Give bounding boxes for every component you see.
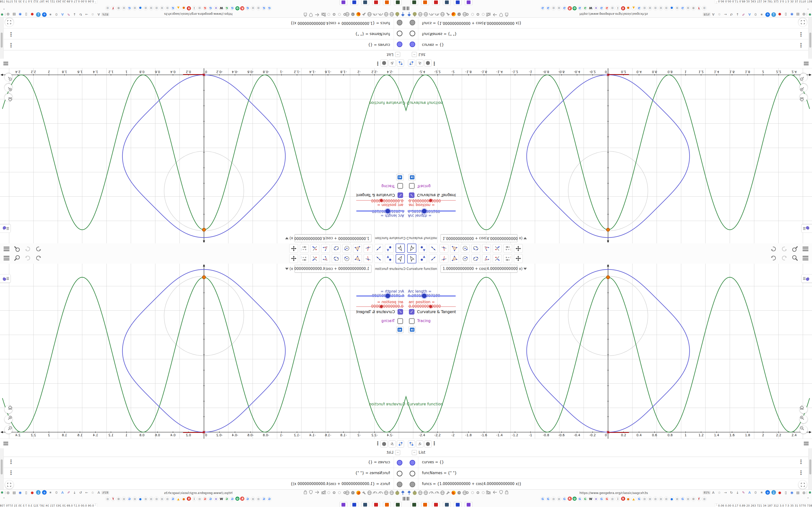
chevrons-icon[interactable]: ˄˄ (716, 504, 717, 507)
tab-favicon[interactable]: ⚙ (691, 6, 696, 10)
algebra-row[interactable]: funcNames = {" "}••• (406, 28, 812, 39)
kebab-menu-icon[interactable]: ••• (376, 441, 379, 446)
tool-move-button[interactable] (396, 254, 405, 264)
url-bar[interactable]: https://www.geogebra.org/classic/aagcxh3… (164, 491, 233, 495)
function-fx-icon[interactable]: fx (389, 440, 396, 448)
tool-move-graphics-view-button[interactable] (289, 254, 298, 263)
folder-icon[interactable] (321, 490, 326, 494)
tab-favicon[interactable]: ✿ (653, 6, 658, 10)
gauge-icon[interactable] (429, 12, 434, 17)
redo-icon[interactable] (780, 255, 788, 262)
tab-favicon[interactable]: ✿ (642, 6, 647, 10)
tab-favicon[interactable]: ✿ (610, 6, 615, 10)
gauge-icon[interactable] (378, 490, 383, 495)
globe-icon[interactable] (418, 12, 423, 17)
tool-move-graphics-view-button[interactable] (514, 244, 523, 253)
tree-view-icon[interactable] (408, 59, 415, 67)
algebra-row[interactable]: funcNames = {" "}••• (0, 468, 406, 479)
extension-icon[interactable] (454, 502, 462, 507)
row-kebab-icon[interactable]: ••• (800, 470, 802, 475)
browser-action-icon[interactable]: ◉ (18, 12, 22, 17)
browser-action-icon[interactable]: A (60, 490, 65, 495)
tool-polygon-button[interactable] (353, 254, 362, 263)
zoom-in-button[interactable] (5, 415, 12, 423)
tab-favicon[interactable]: W (589, 497, 593, 501)
zoom-level-badge[interactable]: 81% (703, 12, 711, 16)
tab-favicon[interactable]: ● (138, 6, 143, 10)
browser-action-icon[interactable]: + (42, 490, 47, 495)
browser-action-icon[interactable]: ↻ (78, 12, 83, 17)
globe-icon[interactable] (367, 490, 372, 495)
tool-line-button[interactable] (374, 244, 383, 253)
tool-angle-button[interactable]: α (321, 254, 330, 263)
home-button[interactable] (800, 406, 807, 413)
arc-position-slider-knob[interactable] (429, 305, 432, 308)
extension-icon[interactable] (465, 0, 472, 5)
browser-action-icon[interactable]: ☆ (717, 490, 722, 495)
zoom-level-badge[interactable]: 81% (703, 491, 711, 495)
globe-icon[interactable] (367, 12, 372, 17)
gauge-icon[interactable] (434, 12, 440, 17)
curvature-tangent-checkbox[interactable]: ✓ (409, 309, 414, 315)
scrollbar[interactable] (0, 448, 4, 489)
extension-icon[interactable] (465, 502, 472, 507)
folder-icon[interactable] (486, 490, 491, 494)
tab-favicon[interactable]: G (583, 497, 588, 501)
shield-icon[interactable] (309, 490, 313, 494)
tab-favicon[interactable]: f (111, 497, 115, 501)
fullscreen-button[interactable] (5, 18, 13, 26)
tab-favicon[interactable]: G (224, 6, 229, 10)
pin-icon[interactable] (406, 12, 412, 17)
collapse-list-button[interactable]: − (412, 450, 417, 455)
stylebar-toggle-button[interactable] (0, 224, 11, 233)
stylebar-toggle-button[interactable] (801, 224, 812, 233)
tab-favicon[interactable]: ✿ (197, 497, 202, 501)
redo-icon[interactable] (780, 245, 788, 252)
browser-action-icon[interactable]: A (60, 12, 65, 17)
hamburger-menu-icon[interactable] (804, 442, 809, 445)
browser-action-icon[interactable]: ↓ (36, 490, 41, 495)
algebra-row[interactable]: curves = {}••• (0, 457, 406, 468)
tab-favicon[interactable]: ✿ (557, 6, 561, 10)
browser-action-icon[interactable]: ● (777, 490, 782, 495)
tab-favicon[interactable]: i (615, 6, 620, 10)
tool-ellipse-button[interactable] (471, 254, 480, 263)
zoom-out-button[interactable] (800, 73, 807, 81)
browser-action-icon[interactable]: ✷ (759, 12, 764, 17)
tab-favicon[interactable]: ✿ (256, 6, 261, 10)
gauge-icon[interactable] (372, 490, 378, 495)
extension-icon[interactable] (410, 0, 418, 5)
undo-icon[interactable] (35, 245, 42, 252)
tab-favicon[interactable]: ✿ (659, 6, 663, 10)
tab-favicon[interactable]: ✿ (610, 497, 615, 501)
hamburger-menu-icon[interactable] (3, 62, 8, 65)
tool-reflect-button[interactable] (493, 244, 501, 253)
main-menu-icon[interactable] (3, 245, 10, 252)
tab-favicon[interactable]: ✿ (702, 6, 707, 10)
visibility-toggle[interactable] (397, 471, 402, 476)
tab-favicon[interactable]: ✿ (105, 6, 110, 10)
tab-favicon[interactable]: G (680, 6, 685, 10)
tab-favicon[interactable]: ✿ (122, 497, 126, 501)
zoom-out-button[interactable] (5, 426, 12, 434)
tab-favicon[interactable]: ✿ (557, 497, 561, 501)
algebra-row[interactable]: funcs = {1.000000000000 + cos(4.00000000… (0, 478, 406, 490)
kebab-menu-icon[interactable]: ••• (433, 61, 436, 66)
visibility-toggle[interactable] (397, 42, 402, 47)
tool-angle-button[interactable]: α (321, 244, 330, 253)
tab-favicon[interactable]: 9 (621, 6, 625, 10)
tab-favicon[interactable]: G (680, 497, 685, 501)
tab-favicon[interactable]: G (605, 6, 609, 10)
tab-favicon[interactable]: ✿ (686, 6, 691, 10)
tool-polygon-button[interactable] (450, 244, 459, 253)
back-arrow-icon[interactable] (315, 13, 319, 17)
visibility-toggle[interactable] (397, 20, 402, 25)
url-bar[interactable]: https://www.geogebra.org/classic/aagcxh3… (164, 12, 233, 16)
tab-favicon[interactable]: ❀ (214, 6, 218, 10)
tab-favicon[interactable]: ✿ (551, 497, 556, 501)
tab-favicon[interactable]: ✿ (144, 6, 148, 10)
graphics-view[interactable]: -2.4-2.2-2-1.8-1.6-1.4-1.2-1-0.8-0.6-0.4… (0, 264, 406, 439)
tab-favicon[interactable]: ✿ (251, 497, 255, 501)
visibility-toggle[interactable] (397, 460, 402, 465)
function-fx-icon[interactable]: fx (416, 59, 423, 67)
